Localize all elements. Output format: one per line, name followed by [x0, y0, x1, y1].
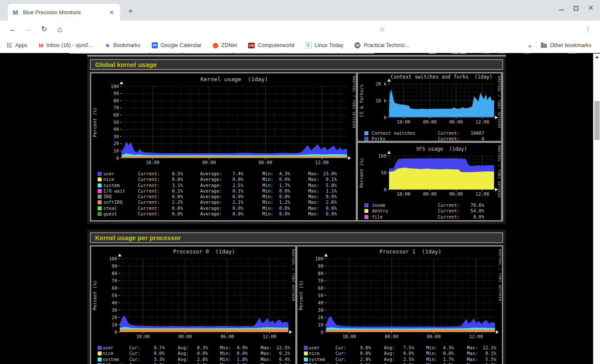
legend-stat-value: 0.0% [233, 177, 243, 182]
legend-label: user [309, 345, 319, 350]
back-button[interactable]: ← [8, 24, 18, 35]
bookmark-label: Inbox (16) - sjvn0… [46, 42, 93, 48]
legend-stat-value: 6.4% [279, 357, 290, 362]
series-softIRQ [120, 329, 288, 332]
svg-text:90: 90 [318, 263, 323, 269]
legend-stat-name: Max: [308, 211, 319, 216]
svg-text:06:00: 06:00 [449, 191, 463, 196]
svg-text:80: 80 [318, 271, 323, 276]
legend-stat-name: Current: [138, 199, 160, 205]
legend-stat-value: 0.1% [154, 362, 165, 364]
legend-stat-value: 2.5% [403, 357, 414, 362]
legend-row: niceCurrent:0.0%Average:0.0%Min:0.0%Max:… [91, 177, 356, 182]
vfs-usage-graph[interactable]: 18:0000:0006:0012:00050100VFS usage (1da… [358, 143, 501, 220]
legend-stat-name: Avg: [178, 345, 188, 350]
legend-swatch-nice [98, 351, 102, 355]
bookmarks-overflow-chevron[interactable]: » [528, 42, 532, 49]
legend-stat-name: Min: [220, 362, 231, 364]
svg-text:06:00: 06:00 [427, 334, 441, 339]
bookmark-computerworld[interactable]: CW Computerworld [248, 42, 294, 48]
legend-stat-name: Min: [426, 362, 437, 364]
legend-stat-value: 1.1% [279, 362, 290, 364]
legend-stat-value: 0.0% [279, 177, 290, 182]
legend-swatch-system [304, 358, 308, 361]
apps-grid-icon [7, 43, 12, 48]
browser-toolbar: ← → ↻ ⌂ ⓘ localhost:8080/monitorix-cgi/m… [0, 21, 600, 38]
svg-text:12:00: 12:00 [476, 191, 489, 196]
legend-label: nice [102, 351, 113, 356]
proc0-legend: userCur:9.7%Avg:8.3%Min:4.9%Max:22.5%nic… [91, 345, 295, 364]
svg-text:50: 50 [381, 170, 386, 175]
svg-text:20: 20 [113, 141, 119, 146]
legend-stat-value: 0.0% [326, 206, 337, 211]
proc1-legend: userCur:9.0%Avg:7.5%Min:4.3%Max:22.1%nic… [297, 345, 502, 364]
context-legend: Context switchesCurrent:10407ForksCurren… [358, 130, 501, 141]
legend-stat-value: 0.0% [237, 351, 248, 356]
legend-swatch-nice [304, 351, 308, 355]
series-forks [389, 117, 494, 117]
svg-text:RRDTOOL / TOBI OETIKER: RRDTOOL / TOBI OETIKER [291, 249, 295, 301]
legend-stat-value: 22.1% [482, 345, 496, 350]
legend-label: file [372, 214, 383, 219]
processor1-graph[interactable]: 18:0000:0006:0012:0001020304050607080901… [297, 247, 502, 364]
scrollbar-up-arrow-icon[interactable] [595, 56, 599, 58]
bookmark-zdnet[interactable]: ZDNet [213, 42, 237, 48]
svg-text:70: 70 [318, 278, 323, 283]
page-scrollbar[interactable] [593, 54, 600, 364]
bookmark-practical-technology[interactable]: W Practical Technol… [354, 42, 410, 48]
bookmark-bookmarks[interactable]: ★ Bookmarks [105, 42, 140, 49]
legend-stat-value: 0.1% [403, 362, 414, 364]
legend-stat-value: 0.0% [279, 206, 290, 211]
legend-stat-name: Average: [200, 183, 222, 188]
svg-text:10: 10 [318, 322, 323, 327]
folder-icon [541, 44, 547, 48]
processor0-graph[interactable]: 18:0000:0006:0012:0001020304050607080901… [91, 247, 295, 364]
bookmark-label: Google Calendar [161, 42, 202, 48]
section-header-frame: Global kernel usage [90, 59, 503, 70]
tab-close-icon[interactable]: ✕ [107, 9, 116, 16]
legend-stat-value: 0.0% [279, 211, 290, 216]
legend-stat-name: Cur: [335, 345, 346, 350]
proc0-plot: 18:0000:0006:0012:0001020304050607080901… [91, 247, 295, 343]
browser-tab[interactable]: M Blue Precision Monitorix ✕ [8, 4, 120, 21]
svg-text:12:00: 12:00 [263, 334, 277, 339]
new-tab-button[interactable]: + [128, 7, 133, 16]
kernel-usage-graph[interactable]: 18:0000:0006:0012:0001020304050607080901… [91, 73, 356, 220]
browser-menu-icon[interactable]: ⋮ [583, 24, 593, 35]
legend-stat-name: Avg: [384, 351, 395, 356]
legend-label: user [102, 345, 113, 350]
forward-button[interactable]: → [23, 24, 34, 35]
svg-text:20: 20 [318, 315, 323, 320]
svg-text:90: 90 [113, 91, 119, 96]
lt-t: t [309, 43, 310, 47]
legend-stat-name: Max: [308, 199, 319, 205]
svg-text:70: 70 [112, 278, 117, 283]
legend-swatch-file [364, 215, 368, 219]
bookmark-apps[interactable]: Apps [7, 42, 28, 48]
charts-row: 18:0000:0006:0012:0001020304050607080901… [90, 72, 503, 222]
legend-stat-name: Min: [262, 206, 273, 211]
bookmark-linux-today[interactable]: lt Linux Today [306, 42, 344, 48]
legend-label: system [102, 357, 119, 362]
legend-stat-name: Min: [220, 351, 231, 356]
series-context-switches [389, 89, 494, 117]
svg-text:Processor 1 (1day): Processor 1 (1day) [380, 248, 441, 255]
bookmark-google-calendar[interactable]: 28 Google Calendar [152, 42, 202, 48]
legend-stat-value: 0.1% [233, 188, 243, 193]
home-button[interactable]: ⌂ [54, 24, 65, 35]
bookmark-inbox[interactable]: M Inbox (16) - sjvn0… [39, 42, 94, 49]
window-close-button[interactable]: ✕ [588, 5, 594, 11]
svg-text:0: 0 [384, 187, 386, 192]
legend-stat-name: Average: [200, 177, 222, 182]
maximize-button[interactable] [574, 6, 578, 11]
legend-stat-value: 0.0% [403, 351, 414, 356]
bookmark-star-icon[interactable]: ☆ [377, 24, 387, 35]
legend-stat-value: 1.7% [443, 357, 454, 362]
minimize-button[interactable] [559, 9, 564, 10]
legend-stat-value: 0.0% [172, 194, 183, 199]
reload-button[interactable]: ↻ [39, 24, 49, 35]
context-switches-graph[interactable]: 18:0000:0006:0012:00010 k20 kContext swi… [358, 73, 501, 141]
other-bookmarks-button[interactable]: Other bookmarks [541, 42, 591, 48]
scrollbar-thumb[interactable] [594, 101, 600, 140]
svg-text:Kernel usage (1day): Kernel usage (1day) [201, 76, 268, 82]
